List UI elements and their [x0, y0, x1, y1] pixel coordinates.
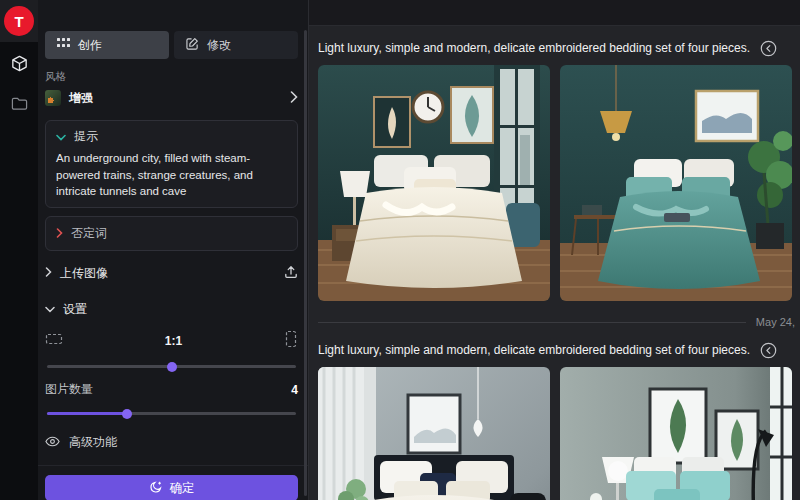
reuse-prompt-icon[interactable] — [760, 40, 777, 57]
upload-section[interactable]: 上传图像 — [45, 262, 298, 284]
generated-image-1[interactable] — [318, 65, 550, 301]
style-value: 增强 — [69, 90, 93, 107]
advanced-features-label: 高级功能 — [69, 434, 117, 451]
image-count-slider[interactable] — [47, 412, 296, 415]
control-panel: 创作 修改 风格 增强 提示 An underground city, — [38, 0, 308, 500]
upload-label: 上传图像 — [60, 265, 108, 282]
tab-modify-label: 修改 — [207, 37, 231, 54]
folder-icon — [11, 96, 28, 115]
style-thumbnail — [45, 90, 61, 106]
aspect-ratio-row: 1:1 — [45, 330, 298, 351]
reuse-prompt-icon[interactable] — [760, 342, 777, 359]
tab-create-label: 创作 — [78, 37, 102, 54]
mode-tabs: 创作 修改 — [45, 31, 298, 59]
settings-header[interactable]: 设置 — [45, 298, 298, 320]
aspect-ratio-slider[interactable] — [47, 365, 296, 368]
portrait-icon — [284, 330, 298, 351]
count-slider-thumb[interactable] — [122, 409, 132, 419]
grid-icon — [57, 38, 70, 52]
generated-image-3[interactable] — [318, 367, 550, 500]
chevron-down-icon — [56, 130, 66, 144]
count-slider-fill — [47, 412, 127, 415]
negative-label: 否定词 — [71, 225, 107, 242]
tab-modify[interactable]: 修改 — [174, 31, 298, 59]
generation-caption: Light luxury, simple and modern, delicat… — [318, 340, 792, 360]
landscape-icon — [45, 332, 63, 349]
generated-image-2[interactable] — [560, 65, 792, 301]
sidebar-item-generate[interactable] — [0, 48, 38, 82]
cube-icon — [10, 54, 29, 77]
caption-text: Light luxury, simple and modern, delicat… — [318, 41, 750, 55]
avatar[interactable]: T — [4, 6, 34, 36]
aspect-slider-thumb[interactable] — [167, 362, 177, 372]
settings-label: 设置 — [63, 301, 87, 318]
gallery-area: Light luxury, simple and modern, delicat… — [308, 0, 800, 500]
generation-caption: Light luxury, simple and modern, delicat… — [318, 38, 792, 58]
prompt-label: 提示 — [74, 128, 98, 145]
confirm-button[interactable]: 确定 — [45, 475, 298, 500]
divider-line — [318, 322, 746, 323]
style-label: 风格 — [45, 70, 298, 84]
negative-section[interactable]: 否定词 — [45, 216, 298, 251]
generated-image-4[interactable] — [560, 367, 792, 500]
prompt-section[interactable]: 提示 An underground city, filled with stea… — [45, 120, 298, 208]
confirm-button-label: 确定 — [170, 480, 195, 497]
gallery-scroll[interactable]: Light luxury, simple and modern, delicat… — [309, 26, 800, 500]
prompt-input[interactable]: An underground city, filled with steam-p… — [56, 150, 287, 200]
tab-create[interactable]: 创作 — [45, 31, 169, 59]
avatar-container: T — [0, 0, 38, 42]
image-count-row: 图片数量 4 — [45, 381, 298, 398]
image-count-label: 图片数量 — [45, 381, 93, 398]
top-bar — [309, 0, 800, 26]
chevron-right-icon — [290, 91, 298, 106]
caption-text: Light luxury, simple and modern, delicat… — [318, 343, 750, 357]
panel-divider — [38, 465, 308, 466]
date-divider: May 24, — [318, 316, 795, 328]
image-grid — [318, 367, 792, 500]
eye-icon — [45, 436, 60, 450]
image-count-value: 4 — [291, 383, 298, 397]
icon-rail: T — [0, 0, 38, 500]
aspect-ratio-value: 1:1 — [165, 334, 182, 348]
panel-scrollbar[interactable] — [304, 30, 307, 496]
image-grid — [318, 65, 792, 301]
chevron-right-icon — [56, 227, 63, 241]
magic-moon-icon — [149, 480, 163, 497]
date-label: May 24, — [756, 316, 795, 328]
sidebar-item-files[interactable] — [0, 88, 38, 122]
chevron-down-icon — [45, 302, 55, 316]
edit-icon — [186, 37, 199, 53]
upload-icon[interactable] — [284, 265, 298, 282]
advanced-features-row[interactable]: 高级功能 — [45, 434, 298, 451]
style-selector[interactable]: 增强 — [45, 84, 298, 112]
chevron-right-icon — [45, 266, 52, 280]
